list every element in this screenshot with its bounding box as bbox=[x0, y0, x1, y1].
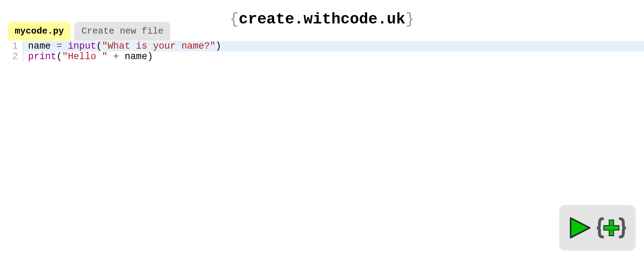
code-token: name bbox=[28, 41, 51, 51]
code-content[interactable]: print("Hello " + name) bbox=[23, 51, 153, 62]
code-line[interactable]: 1name = input("What is your name?") bbox=[8, 41, 644, 51]
code-token: "Hello " bbox=[62, 51, 108, 62]
code-token: name bbox=[124, 51, 147, 62]
brace-left: { bbox=[229, 10, 238, 28]
svg-rect-6 bbox=[609, 226, 614, 230]
line-number: 1 bbox=[8, 41, 23, 51]
code-token: "What is your name?" bbox=[102, 41, 216, 51]
tabs-container: mycode.py Create new file bbox=[8, 22, 170, 41]
code-line[interactable]: 2print("Hello " + name) bbox=[8, 51, 644, 62]
code-token: ) bbox=[147, 51, 153, 62]
code-content[interactable]: name = input("What is your name?") bbox=[23, 41, 221, 51]
tab-label: mycode.py bbox=[15, 26, 64, 36]
code-token: print bbox=[28, 51, 56, 62]
code-token bbox=[119, 51, 124, 62]
code-token bbox=[51, 41, 56, 51]
code-token: ) bbox=[216, 41, 221, 51]
play-icon[interactable] bbox=[568, 216, 592, 240]
expand-icon[interactable] bbox=[596, 216, 627, 240]
code-token: input bbox=[68, 41, 96, 51]
tab-mycode[interactable]: mycode.py bbox=[8, 22, 71, 41]
site-title-text: create.withcode.uk bbox=[239, 10, 405, 28]
code-token: ( bbox=[96, 41, 102, 51]
svg-marker-0 bbox=[571, 218, 590, 238]
code-token: ( bbox=[56, 51, 62, 62]
code-token: = bbox=[56, 41, 62, 51]
site-title: {create.withcode.uk} bbox=[229, 10, 414, 28]
code-token: + bbox=[113, 51, 119, 62]
line-number: 2 bbox=[8, 51, 23, 62]
brace-right: } bbox=[405, 10, 414, 28]
code-token bbox=[62, 41, 68, 51]
code-editor[interactable]: 1name = input("What is your name?")2prin… bbox=[8, 41, 644, 62]
tab-create-new-file[interactable]: Create new file bbox=[74, 22, 170, 41]
tab-label: Create new file bbox=[81, 26, 163, 36]
run-panel bbox=[559, 205, 636, 251]
code-token bbox=[108, 51, 113, 62]
